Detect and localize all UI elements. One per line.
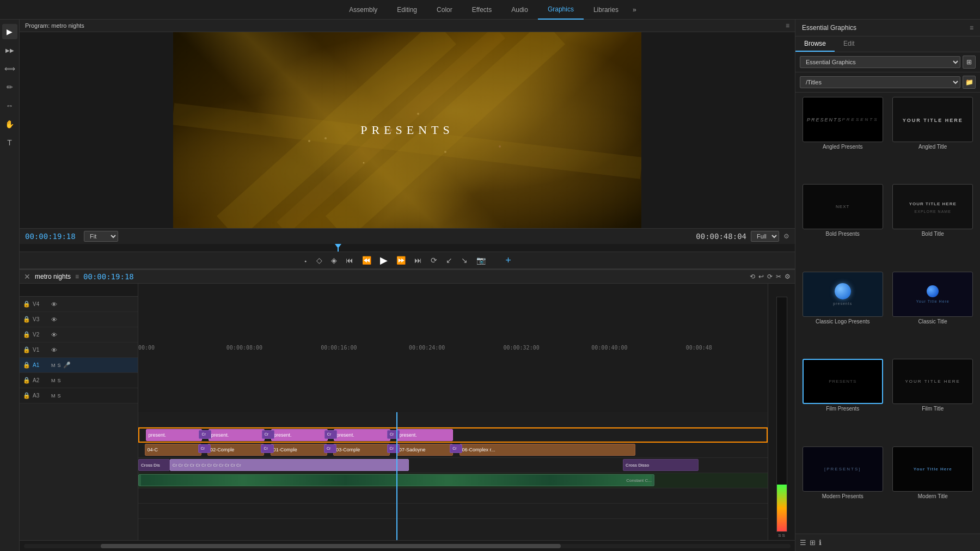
mark-cut-button[interactable]: ◇ [314,256,324,265]
v2-clip-6[interactable]: 06-Complex r... [460,444,636,456]
v4-visibility[interactable]: 👁 [51,301,57,308]
timeline-close[interactable]: ✕ [24,272,30,281]
timeline-tool-4[interactable]: ✂ [776,273,781,280]
step-back-button[interactable]: ⏪ [360,256,373,265]
hand-tool[interactable]: ✋ [2,117,17,132]
add-button[interactable]: + [503,255,513,266]
v2-clip-3[interactable]: 01-Comple [271,444,327,456]
path-dropdown[interactable]: /Titles [800,76,960,88]
template-modern-presents[interactable]: [PRESENTS] Modern Presents [800,446,886,529]
pen-tool[interactable]: ✏ [2,79,17,95]
a2-lock[interactable]: 🔒 [23,377,30,384]
timeline-tool-5[interactable]: ⚙ [785,273,791,280]
slip-tool[interactable]: ↔ [2,98,17,113]
mark-out-button[interactable]: ◈ [329,256,339,265]
nav-audio[interactable]: Audio [501,0,538,20]
fit-select[interactable]: Fit 25% 50% 100% [84,231,118,242]
text-tool[interactable]: T [2,135,17,150]
v2-clip-2[interactable]: 02-Comple [207,444,264,456]
v1-clip-1[interactable]: Cr Cr Cr Cr Cr Cr Cr Cr Cr Cr Cr Cr [170,459,409,471]
nav-libraries[interactable]: Libraries [584,0,628,20]
panel-menu-icon[interactable]: ≡ [970,24,973,32]
full-quality-select[interactable]: Full 1/2 1/4 [751,231,779,242]
template-film-presents[interactable]: PRESENTS Film Presents [800,359,886,442]
a3-m[interactable]: M [51,393,56,399]
ripple-tool[interactable]: ⟺ [2,61,17,76]
go-to-in-button[interactable]: ⏮ [344,256,356,265]
v3-clip-1[interactable]: present. [146,429,203,441]
graphics-dropdown[interactable]: Essential Graphics [800,56,960,68]
a3-lock[interactable]: 🔒 [23,392,30,399]
camera-button[interactable]: 📷 [474,256,488,265]
v4-lock[interactable]: 🔒 [23,301,30,308]
v1-clip-crossdis[interactable]: Cross Dis [138,459,170,471]
v3-visibility[interactable]: 👁 [51,316,57,323]
timeline-tool-2[interactable]: ↩ [758,273,764,280]
go-to-out-button[interactable]: ⏭ [412,256,424,265]
v3-cross-3[interactable]: Cr [324,430,337,439]
v2-cross-1[interactable]: Cr [198,444,211,453]
nav-more-button[interactable]: » [628,6,641,14]
overwrite-button[interactable]: ↘ [459,256,470,265]
template-bold-title[interactable]: YOUR TITLE HERE EXPLORE NAME Bold Title [890,184,976,267]
a1-lock[interactable]: 🔒 [23,362,30,369]
v3-clip-4[interactable]: present. [334,429,390,441]
template-film-title[interactable]: YOUR TITLE HERE Film Title [890,359,976,442]
a1-mic[interactable]: 🎤 [63,362,71,369]
v3-cross-1[interactable]: Cr [199,430,211,439]
panel-grid-view[interactable]: ⊞ [810,538,816,547]
v1-clip-crossdisso[interactable]: Cross Disso [623,459,699,471]
v2-visibility[interactable]: 👁 [51,332,57,338]
v1-lock[interactable]: 🔒 [23,346,30,353]
loop-button[interactable]: ⟳ [428,256,439,265]
a1-s[interactable]: S [58,363,61,368]
template-angled-presents[interactable]: PRESENTS Angled Presents [800,97,886,180]
panel-icon-search[interactable]: ⊞ [963,56,976,69]
v2-clip-4[interactable]: 03-Comple [333,444,390,456]
track-select-tool[interactable]: ▶▶ [2,42,17,58]
v3-cross-4[interactable]: Cr [387,430,400,439]
a2-m[interactable]: M [51,378,56,383]
v3-cross-2[interactable]: Cr [262,430,274,439]
v2-cross-2[interactable]: Cr [261,444,273,453]
a1-m[interactable]: M [51,363,56,368]
monitor-menu-icon[interactable]: ≡ [786,22,789,29]
settings-icon[interactable]: ⚙ [783,232,789,240]
step-forward-button[interactable]: ⏩ [394,256,408,265]
v3-lock[interactable]: 🔒 [23,316,30,323]
mark-in-button[interactable]: ⬩ [301,256,310,265]
panel-icon-folder[interactable]: 📁 [963,76,976,89]
template-bold-presents[interactable]: NEXT Bold Presents [800,184,886,267]
nav-effects[interactable]: Effects [462,0,501,20]
v2-clip-1[interactable]: 04-C [145,444,201,456]
v3-clip-5[interactable]: present. [396,429,453,441]
timeline-scrollbar[interactable] [24,544,791,548]
template-angled-title[interactable]: YOUR TITLE HERE Angled Title [890,97,976,180]
a1-clip[interactable]: Constant C... [138,474,654,486]
a2-s[interactable]: S [58,378,61,383]
nav-assembly[interactable]: Assembly [339,0,387,20]
play-button[interactable]: ▶ [378,254,390,266]
v2-lock[interactable]: 🔒 [23,331,30,338]
nav-graphics[interactable]: Graphics [538,0,584,20]
timeline-tool-3[interactable]: ⟳ [767,273,773,280]
timeline-menu[interactable]: ≡ [75,273,79,280]
nav-color[interactable]: Color [427,0,462,20]
v2-clip-5[interactable]: 07-Sadoyne [396,444,453,456]
insert-button[interactable]: ↙ [444,256,455,265]
tab-edit[interactable]: Edit [835,36,863,52]
v3-clip-3[interactable]: present. [271,429,328,441]
timeline-tool-1[interactable]: ⟲ [750,273,755,280]
scrubber-bar[interactable] [20,244,795,252]
v3-clip-2[interactable]: present. [209,429,265,441]
tab-browse[interactable]: Browse [795,36,835,52]
panel-info[interactable]: ℹ [819,538,822,547]
v2-cross-5[interactable]: Cr [450,444,462,453]
template-classic-logo[interactable]: presents Classic Logo Presents [800,272,886,354]
v2-cross-3[interactable]: Cr [324,444,336,453]
panel-list-view[interactable]: ☰ [800,538,806,547]
scrubber-track[interactable] [20,244,795,252]
template-classic-title[interactable]: Your Title Here Classic Title [890,272,976,354]
select-tool[interactable]: ▶ [2,24,17,39]
v1-visibility[interactable]: 👁 [51,347,57,353]
